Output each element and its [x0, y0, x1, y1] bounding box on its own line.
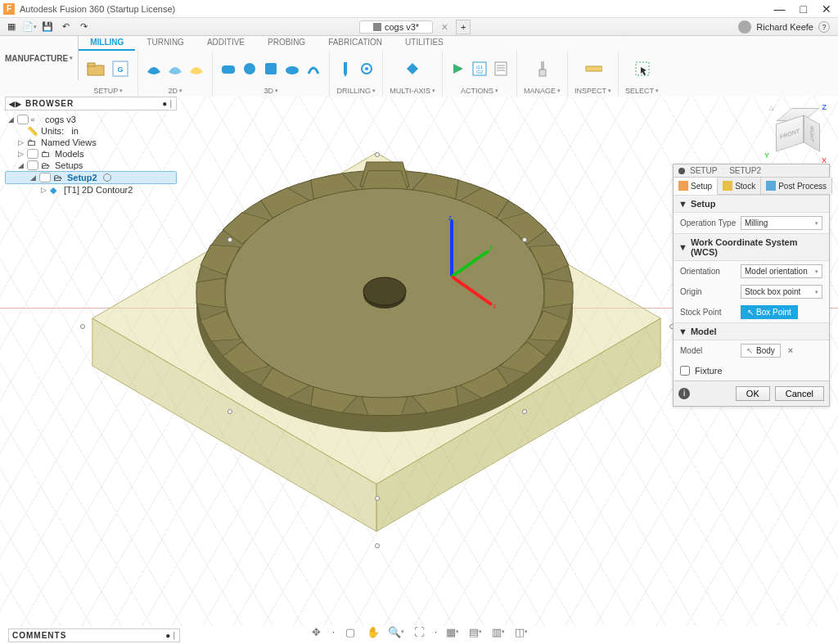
- select-arrow-icon[interactable]: [633, 60, 651, 78]
- 3d-op-4-icon[interactable]: [283, 60, 301, 78]
- browser-header-label: BROWSER: [25, 99, 74, 108]
- tree-setup2[interactable]: ◢🗁Setup2: [5, 171, 177, 184]
- 3d-op-2-icon[interactable]: [241, 60, 259, 78]
- multiaxis-icon[interactable]: [403, 60, 421, 78]
- redo-button[interactable]: ↷: [75, 20, 92, 34]
- manage-tool-icon[interactable]: [534, 60, 552, 78]
- ribbon-tab-utilities[interactable]: UTILITIES: [394, 36, 455, 51]
- section-wcs[interactable]: ▼Work Coordinate System (WCS): [674, 233, 829, 261]
- viewcube-right-face[interactable]: RIGHT: [804, 115, 820, 152]
- inspect-measure-icon[interactable]: [584, 60, 602, 78]
- panel-pin-icon[interactable]: [678, 168, 685, 174]
- window-maximize-icon[interactable]: □: [800, 2, 807, 16]
- action-generate-icon[interactable]: [449, 60, 467, 78]
- ribbon-tab-probing[interactable]: PROBING: [256, 36, 317, 51]
- fit-icon[interactable]: ⛶: [412, 624, 426, 639]
- close-tab-icon[interactable]: ×: [436, 20, 453, 34]
- drill-1-icon[interactable]: [336, 60, 354, 78]
- panel-tab-stock[interactable]: Stock: [718, 178, 761, 194]
- window-minimize-icon[interactable]: —: [774, 2, 786, 16]
- document-tab[interactable]: cogs v3*: [359, 20, 433, 34]
- comments-bar[interactable]: COMMENTS ●|: [8, 628, 180, 642]
- home-icon[interactable]: ⌂: [769, 103, 774, 112]
- 3d-op-5-icon[interactable]: [304, 60, 322, 78]
- tree-models[interactable]: ▷🗀Models: [5, 148, 177, 160]
- section-model[interactable]: ▼Model: [674, 322, 829, 340]
- undo-button[interactable]: ↶: [57, 20, 74, 34]
- panel-tab-setup[interactable]: Setup: [674, 178, 718, 195]
- stock-point-dot[interactable]: [228, 409, 232, 414]
- origin-select[interactable]: Stock box point▾: [741, 285, 822, 299]
- stock-point-dot[interactable]: [522, 237, 527, 242]
- stock-point-dot[interactable]: [80, 324, 85, 329]
- cancel-button[interactable]: Cancel: [775, 386, 824, 401]
- tree-op-contour[interactable]: ▷◆[T1] 2D Contour2: [5, 184, 177, 196]
- viewport[interactable]: z y x ◀▶ BROWSER ●| ◢▫cogs v3 📏Units: in…: [0, 97, 838, 626]
- op-type-select[interactable]: Milling▾: [741, 216, 822, 230]
- info-icon[interactable]: i: [678, 388, 690, 399]
- window-close-icon[interactable]: ✕: [822, 2, 831, 16]
- active-setup-radio-icon[interactable]: [103, 173, 111, 182]
- fixture-checkbox[interactable]: [680, 366, 690, 376]
- stock-point-dot[interactable]: [522, 409, 527, 414]
- ribbon-tab-milling[interactable]: MILLING: [79, 36, 135, 51]
- 2d-op-1-icon[interactable]: [145, 60, 163, 78]
- workspace-switcher[interactable]: MANUFACTURE▾: [0, 36, 79, 80]
- look-at-icon[interactable]: ▢: [343, 624, 358, 639]
- help-icon[interactable]: ?: [818, 21, 830, 33]
- action-sheet-icon[interactable]: [492, 60, 510, 78]
- tree-named-views[interactable]: ▷🗀Named Views: [5, 137, 177, 148]
- ok-button[interactable]: OK: [736, 386, 770, 401]
- 2d-op-3-icon[interactable]: [187, 60, 205, 78]
- view-cube[interactable]: ⌂ FRONT RIGHT Z Y X: [769, 103, 827, 164]
- user-avatar[interactable]: [738, 20, 751, 34]
- remove-body-icon[interactable]: ×: [788, 345, 793, 355]
- visibility-toggle-icon[interactable]: [27, 160, 38, 170]
- browser-pin-icon[interactable]: ●: [162, 99, 168, 108]
- orbit-icon[interactable]: ✥: [309, 624, 324, 639]
- stock-point-dot[interactable]: [375, 496, 380, 501]
- pan-icon[interactable]: ✋: [366, 624, 381, 639]
- z-axis[interactable]: [450, 219, 453, 277]
- tree-units[interactable]: 📏Units: in: [5, 125, 177, 137]
- visibility-toggle-icon[interactable]: [39, 173, 51, 182]
- save-button[interactable]: 💾: [39, 20, 56, 34]
- units-label: Units:: [41, 126, 64, 136]
- box-point-button[interactable]: ↖Box Point: [741, 305, 798, 319]
- fixture-checkbox-row[interactable]: Fixture: [674, 361, 829, 381]
- action-gcode-icon[interactable]: G1G2: [471, 60, 489, 78]
- ribbon-tab-turning[interactable]: TURNING: [135, 36, 196, 51]
- tree-setups[interactable]: ◢🗁Setups: [5, 160, 177, 171]
- new-tab-button[interactable]: +: [456, 20, 471, 34]
- setup-panel-header[interactable]: SETUP : SETUP2: [674, 164, 829, 178]
- stock-point-dot[interactable]: [375, 152, 380, 157]
- tree-root[interactable]: ◢▫cogs v3: [5, 114, 177, 125]
- section-setup[interactable]: ▼Setup: [674, 195, 829, 213]
- ribbon-tab-additive[interactable]: ADDITIVE: [196, 36, 256, 51]
- orientation-select[interactable]: Model orientation▾: [741, 264, 822, 278]
- file-menu-button[interactable]: 📄▾: [21, 20, 38, 34]
- zoom-icon[interactable]: 🔍▾: [389, 624, 403, 639]
- setup-gcode-icon[interactable]: G: [110, 58, 131, 79]
- drill-2-icon[interactable]: [358, 60, 376, 78]
- 3d-op-1-icon[interactable]: [219, 60, 237, 78]
- stock-point-dot[interactable]: [228, 237, 232, 242]
- 2d-op-2-icon[interactable]: [166, 60, 184, 78]
- setup-folder-icon[interactable]: [85, 58, 106, 79]
- visibility-toggle-icon[interactable]: [27, 149, 38, 159]
- visibility-toggle-icon[interactable]: [17, 115, 29, 124]
- viewport-layout-icon[interactable]: ▥▾: [491, 624, 506, 639]
- ribbon-tab-fabrication[interactable]: FABRICATION: [317, 36, 394, 51]
- stock-point-dot[interactable]: [375, 543, 380, 548]
- display-style-icon[interactable]: ▦▾: [445, 624, 460, 639]
- app-grid-icon[interactable]: ▦: [3, 20, 20, 34]
- user-name[interactable]: Richard Keefe: [756, 22, 813, 32]
- viewports-icon[interactable]: ◫▾: [514, 624, 529, 639]
- model-body-chip[interactable]: ↖Body: [741, 344, 781, 358]
- comments-pin-icon[interactable]: ●: [165, 631, 171, 640]
- 3d-op-3-icon[interactable]: [262, 60, 280, 78]
- panel-tab-post[interactable]: Post Process: [761, 178, 832, 194]
- setup-tab-icon: [678, 181, 688, 191]
- browser-header[interactable]: ◀▶ BROWSER ●|: [5, 97, 177, 110]
- grid-settings-icon[interactable]: ▤▾: [468, 624, 483, 639]
